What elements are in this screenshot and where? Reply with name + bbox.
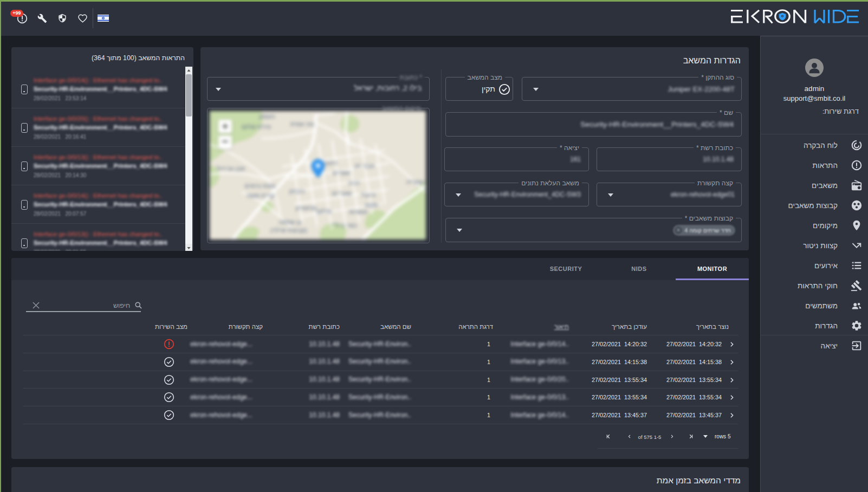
svg-text:דניה: דניה bbox=[348, 180, 360, 186]
svg-text:מרמורק: מרמורק bbox=[296, 205, 317, 211]
svg-text:נאות כרמים: נאות כרמים bbox=[244, 183, 276, 189]
svg-text:(קבוצת שילר): (קבוצת שילר) bbox=[270, 227, 307, 234]
svg-text:כפר ביל"י: כפר ביל"י bbox=[331, 222, 357, 229]
svg-text:אושיות: אושיות bbox=[349, 209, 368, 215]
svg-text:אבן גבירול: אבן גבירול bbox=[217, 165, 245, 172]
svg-text:נוה עמית: נוה עמית bbox=[290, 121, 314, 127]
svg-text:אפרים: אפרים bbox=[333, 170, 351, 176]
svg-text:העמק: העמק bbox=[259, 113, 275, 120]
svg-text:מקוב: מקוב bbox=[364, 202, 378, 208]
svg-text:סתריה: סתריה bbox=[406, 179, 424, 185]
svg-text:אבני חן: אבני חן bbox=[355, 163, 375, 169]
svg-text:ניבחון: ניבחון bbox=[289, 188, 305, 195]
svg-text:גן שלמה: גן שלמה bbox=[278, 219, 301, 225]
svg-text:טירת שלום: טירת שלום bbox=[242, 124, 271, 130]
svg-text:קרית משה: קרית משה bbox=[247, 192, 275, 199]
svg-text:שעריים: שעריים bbox=[332, 190, 352, 197]
svg-text:מילצן: מילצן bbox=[316, 208, 332, 215]
svg-text:היובל: היובל bbox=[361, 192, 375, 198]
